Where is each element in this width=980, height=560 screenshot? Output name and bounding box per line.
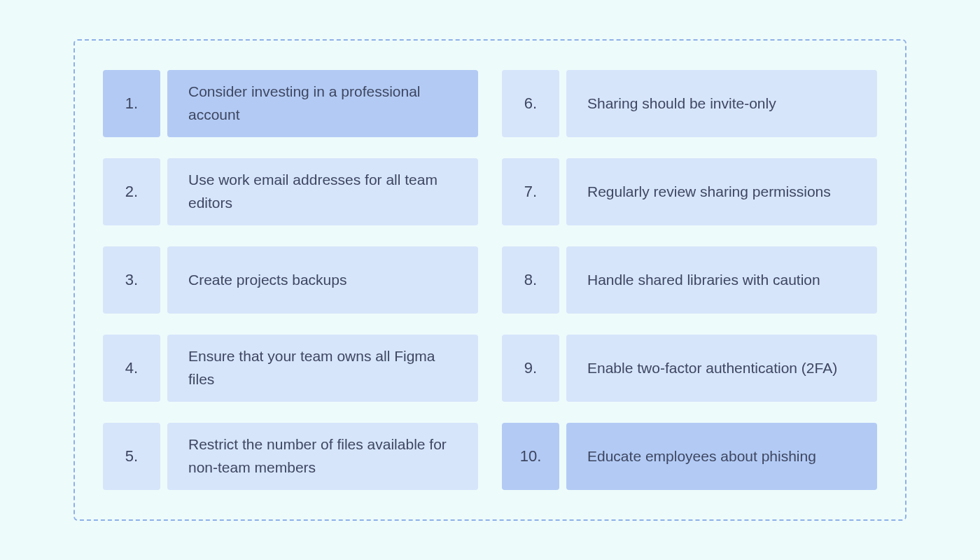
tips-column-left: 1. Consider investing in a professional …: [103, 70, 478, 490]
tips-column-right: 6. Sharing should be invite-only 7. Regu…: [502, 70, 877, 490]
item-text: Regularly review sharing permissions: [566, 158, 877, 225]
item-number: 1.: [103, 70, 160, 137]
item-text: Handle shared libraries with caution: [566, 246, 877, 314]
item-text: Sharing should be invite-only: [566, 70, 877, 137]
item-number: 2.: [103, 158, 160, 225]
item-number: 8.: [502, 246, 559, 314]
item-text: Ensure that your team owns all Figma fil…: [167, 335, 478, 402]
list-item: 6. Sharing should be invite-only: [502, 70, 877, 137]
item-text: Enable two-factor authentication (2FA): [566, 335, 877, 402]
item-text: Consider investing in a professional acc…: [167, 70, 478, 137]
item-number: 3.: [103, 246, 160, 314]
item-number: 7.: [502, 158, 559, 225]
list-item: 4. Ensure that your team owns all Figma …: [103, 335, 478, 402]
list-item: 5. Restrict the number of files availabl…: [103, 423, 478, 490]
item-text: Create projects backups: [167, 246, 478, 314]
item-number: 6.: [502, 70, 559, 137]
list-item: 8. Handle shared libraries with caution: [502, 246, 877, 314]
item-number: 10.: [502, 423, 559, 490]
item-number: 4.: [103, 335, 160, 402]
tips-list-container: 1. Consider investing in a professional …: [74, 39, 906, 521]
item-text: Restrict the number of files available f…: [167, 423, 478, 490]
item-number: 5.: [103, 423, 160, 490]
list-item: 10. Educate employees about phishing: [502, 423, 877, 490]
item-text: Use work email addresses for all team ed…: [167, 158, 478, 225]
list-item: 2. Use work email addresses for all team…: [103, 158, 478, 225]
list-item: 9. Enable two-factor authentication (2FA…: [502, 335, 877, 402]
item-text: Educate employees about phishing: [566, 423, 877, 490]
list-item: 3. Create projects backups: [103, 246, 478, 314]
list-item: 1. Consider investing in a professional …: [103, 70, 478, 137]
item-number: 9.: [502, 335, 559, 402]
list-item: 7. Regularly review sharing permissions: [502, 158, 877, 225]
